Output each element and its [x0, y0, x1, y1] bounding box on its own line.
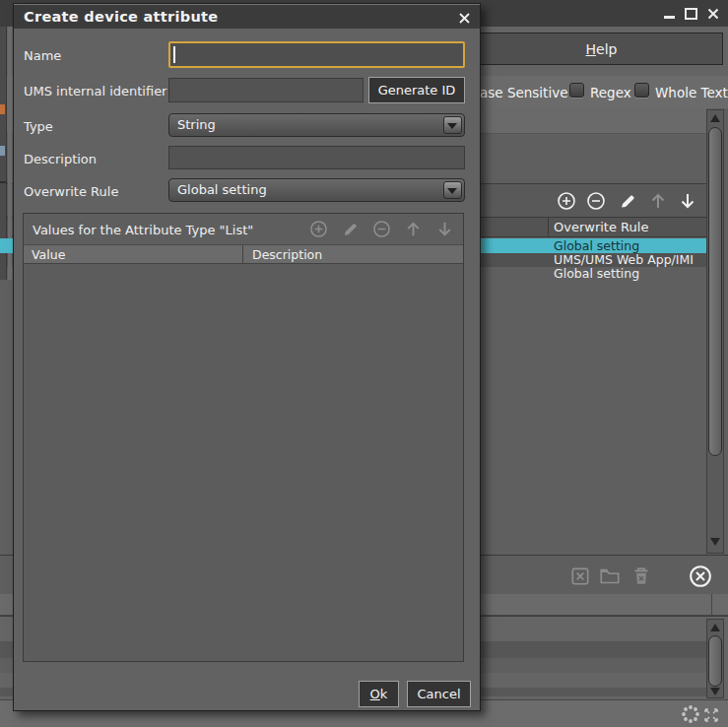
regex-checkbox[interactable] [569, 83, 584, 98]
add-circle-icon[interactable] [307, 218, 329, 239]
move-down-icon[interactable] [433, 218, 455, 239]
column-separator [548, 218, 549, 236]
values-section-title: Values for the Attribute Type "List" [33, 223, 253, 237]
vertical-scrollbar[interactable] [706, 109, 724, 554]
tree-icon-fragment [0, 104, 5, 114]
close-icon[interactable] [706, 7, 719, 20]
overwrite-rule-label: Overwrite Rule [24, 184, 118, 199]
overwrite-rule-column-header: Overwrite Rule [554, 220, 648, 234]
window-controls [663, 0, 719, 27]
value-column-header: Value [24, 245, 243, 263]
move-up-icon[interactable] [647, 190, 669, 212]
deselect-square-x-icon[interactable] [568, 564, 592, 588]
maximize-icon[interactable] [685, 7, 697, 20]
type-select[interactable]: String [168, 113, 465, 137]
help-mnemonic: H [586, 41, 597, 57]
screen: Help ase Sensitive Regex Whole Text [0, 0, 728, 727]
description-label: Description [24, 152, 97, 166]
divider [0, 181, 7, 183]
edit-pencil-icon[interactable] [617, 190, 638, 212]
values-table-header[interactable]: Value Description [24, 244, 463, 264]
values-section: Values for the Attribute Type "List" [23, 213, 464, 662]
resize-arrows-icon[interactable] [701, 705, 721, 725]
ok-label: k [380, 687, 388, 701]
scroll-down-icon[interactable] [710, 688, 720, 695]
values-toolbar [307, 218, 455, 239]
ok-button[interactable]: Ok [359, 681, 399, 707]
scroll-up-icon[interactable] [710, 624, 720, 631]
move-down-icon[interactable] [677, 190, 698, 212]
chevron-down-icon[interactable] [443, 181, 462, 199]
whole-text-label: Whole Text [655, 85, 728, 100]
move-up-icon[interactable] [402, 218, 424, 239]
create-device-attribute-dialog: Create device attribute Name UMS interna… [13, 3, 481, 711]
remove-circle-icon[interactable] [585, 190, 607, 212]
dialog-titlebar[interactable]: Create device attribute [14, 4, 480, 29]
scrollbar-thumb[interactable] [708, 635, 722, 687]
remove-circle-icon[interactable] [370, 218, 392, 239]
values-table-body[interactable] [24, 264, 463, 661]
chevron-down-icon[interactable] [443, 116, 462, 134]
edit-pencil-icon[interactable] [339, 218, 361, 239]
scroll-down-icon[interactable] [710, 538, 720, 546]
ums-id-input[interactable] [168, 78, 364, 102]
folder-icon[interactable] [598, 564, 622, 588]
help-label: elp [596, 41, 617, 57]
name-input[interactable] [168, 41, 465, 68]
type-select-value: String [177, 117, 216, 132]
text-caret [173, 46, 175, 63]
add-circle-icon[interactable] [556, 190, 577, 212]
type-label: Type [24, 119, 53, 134]
case-sensitive-label: ase Sensitive [480, 85, 567, 100]
scrollbar-thumb[interactable] [708, 127, 722, 456]
close-circle-icon[interactable] [689, 564, 712, 588]
minimize-icon[interactable] [663, 7, 676, 20]
ok-mnemonic: O [370, 687, 380, 701]
regex-label: Regex [590, 85, 631, 100]
overwrite-rule-select-value: Global setting [177, 182, 267, 197]
description-input[interactable] [168, 146, 465, 169]
name-label: Name [24, 48, 61, 63]
description-column-header: Description [244, 245, 463, 263]
dialog-close-icon[interactable] [457, 11, 471, 25]
help-button[interactable]: Help [480, 33, 723, 65]
ums-id-label: UMS internal identifier [24, 84, 166, 99]
dialog-title: Create device attribute [24, 9, 218, 25]
column-separator [711, 594, 712, 615]
trash-icon[interactable] [629, 564, 653, 588]
tree-icon-fragment [0, 146, 5, 156]
overwrite-rule-select[interactable]: Global setting [168, 178, 465, 202]
spinner-icon [681, 704, 700, 724]
scroll-up-icon[interactable] [710, 114, 720, 122]
generate-id-button[interactable]: Generate ID [368, 77, 465, 103]
selected-row-fragment [0, 238, 13, 253]
vertical-scrollbar[interactable] [706, 619, 724, 698]
whole-text-checkbox[interactable] [634, 83, 649, 98]
cancel-button[interactable]: Cancel [407, 681, 471, 707]
